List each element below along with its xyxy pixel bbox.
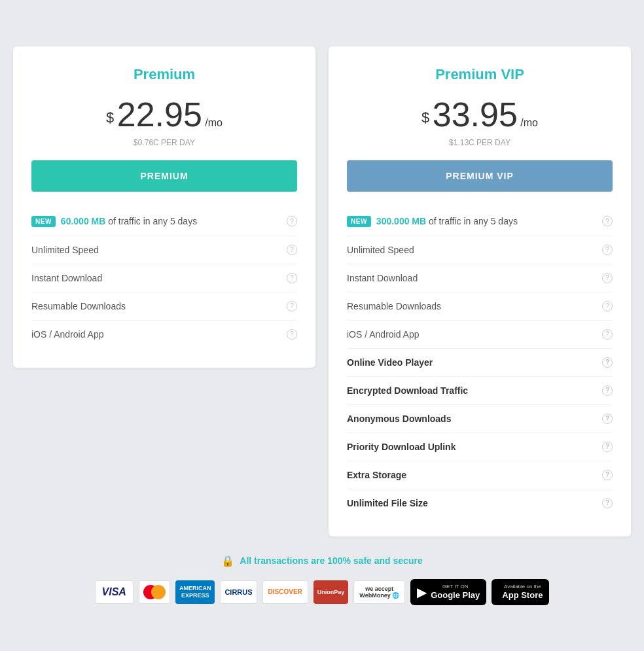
- premium-card: Premium $ 22.95 /mo $0.76C PER DAY PREMI…: [13, 46, 315, 368]
- premium-feature-2-label: Resumable Downloads: [31, 301, 126, 311]
- vip-title: Premium VIP: [347, 66, 613, 83]
- vip-feature-1-help[interactable]: ?: [602, 273, 613, 283]
- visa-badge: VISA: [95, 580, 134, 604]
- premium-feature-0-help[interactable]: ?: [287, 245, 297, 255]
- secure-text-label: All transactions are 100% safe and secur…: [240, 555, 422, 566]
- vip-feature-2-label: Resumable Downloads: [347, 301, 441, 311]
- googleplay-badge[interactable]: ▶ GET IT ON Google Play: [410, 579, 486, 605]
- vip-feature-3-label: iOS / Android App: [347, 329, 420, 340]
- premium-price-area: $ 22.95 /mo: [31, 95, 297, 134]
- premium-feature-1-left: Instant Download: [31, 273, 102, 283]
- vip-feature-3: iOS / Android App ?: [347, 321, 613, 349]
- premium-feature-0-label: Unlimited Speed: [31, 245, 99, 255]
- vip-feature-6-label: Anonymous Downloads: [347, 413, 451, 424]
- vip-feature-2: Resumable Downloads ?: [347, 292, 613, 321]
- lock-icon: 🔒: [221, 555, 234, 567]
- vip-traffic-left: NEW 300.000 MB of traffic in any 5 days: [347, 216, 518, 227]
- vip-feature-9: Unlimited File Size ?: [347, 489, 613, 517]
- premium-button[interactable]: PREMIUM: [31, 160, 297, 192]
- premium-feature-1-help[interactable]: ?: [287, 273, 297, 283]
- vip-feature-2-help[interactable]: ?: [602, 301, 613, 311]
- secure-text-row: 🔒 All transactions are 100% safe and sec…: [13, 555, 631, 567]
- premium-feature-3-left: iOS / Android App: [31, 329, 104, 340]
- vip-price-mo: /mo: [520, 117, 538, 128]
- premium-feature-1: Instant Download ?: [31, 264, 297, 292]
- premium-feature-1-label: Instant Download: [31, 273, 102, 283]
- vip-dollar-sign: $: [421, 109, 429, 125]
- googleplay-text: GET IT ON Google Play: [431, 584, 480, 600]
- premium-dollar-sign: $: [106, 109, 114, 125]
- vip-price-per-day: $1.13C PER DAY: [347, 138, 613, 147]
- vip-feature-8-label: Extra Storage: [347, 470, 406, 480]
- vip-card: Premium VIP $ 33.95 /mo $1.13C PER DAY P…: [329, 46, 631, 537]
- vip-feature-5: Encrypted Download Traffic ?: [347, 377, 613, 405]
- vip-feature-6: Anonymous Downloads ?: [347, 405, 613, 433]
- vip-feature-9-label: Unlimited File Size: [347, 498, 428, 508]
- vip-traffic-help-icon[interactable]: ?: [602, 216, 613, 226]
- vip-feature-0: Unlimited Speed ?: [347, 236, 613, 264]
- vip-price-main: 33.95: [433, 96, 518, 133]
- premium-feature-3-help[interactable]: ?: [287, 329, 297, 340]
- premium-feature-3-label: iOS / Android App: [31, 329, 104, 340]
- premium-feature-0-left: Unlimited Speed: [31, 245, 99, 255]
- premium-traffic-mb: 60.000 MB: [61, 216, 105, 226]
- premium-feature-2-left: Resumable Downloads: [31, 301, 126, 311]
- premium-price-per-day: $0.76C PER DAY: [31, 138, 297, 147]
- vip-feature-4-label: Online Video Player: [347, 357, 433, 368]
- footer-area: 🔒 All transactions are 100% safe and sec…: [13, 555, 631, 605]
- vip-feature-1: Instant Download ?: [347, 264, 613, 292]
- vip-feature-3-help[interactable]: ?: [602, 329, 613, 340]
- vip-feature-7: Priority Download Uplink ?: [347, 433, 613, 461]
- appstore-top-label: Available on the: [502, 584, 543, 590]
- pricing-container: Premium $ 22.95 /mo $0.76C PER DAY PREMI…: [13, 46, 631, 537]
- vip-feature-7-help[interactable]: ?: [602, 442, 613, 452]
- cirrus-badge: CIRRUS: [220, 580, 257, 604]
- premium-price-main: 22.95: [117, 96, 202, 133]
- vip-traffic-item: NEW 300.000 MB of traffic in any 5 days …: [347, 207, 613, 236]
- appstore-badge[interactable]: Available on the App Store: [492, 579, 549, 605]
- premium-traffic-left: NEW 60.000 MB of traffic in any 5 days: [31, 216, 197, 227]
- googleplay-top-label: GET IT ON: [431, 584, 480, 590]
- vip-feature-4-help[interactable]: ?: [602, 357, 613, 368]
- mc-orange-circle: [151, 585, 166, 599]
- vip-traffic-suffix: of traffic in any 5 days: [426, 216, 518, 226]
- discover-badge: DISCOVER: [262, 580, 308, 604]
- vip-feature-6-help[interactable]: ?: [602, 413, 613, 424]
- vip-feature-0-label: Unlimited Speed: [347, 245, 414, 255]
- vip-feature-8-help[interactable]: ?: [602, 470, 613, 480]
- premium-title: Premium: [31, 66, 297, 83]
- googleplay-main-label: Google Play: [431, 590, 480, 601]
- vip-feature-9-help[interactable]: ?: [602, 498, 613, 508]
- premium-traffic-text: 60.000 MB of traffic in any 5 days: [61, 216, 197, 226]
- appstore-text: Available on the App Store: [502, 584, 543, 600]
- vip-price-area: $ 33.95 /mo: [347, 95, 613, 134]
- vip-traffic-mb: 300.000 MB: [376, 216, 426, 226]
- vip-button[interactable]: PREMIUM VIP: [347, 160, 613, 192]
- premium-traffic-suffix: of traffic in any 5 days: [105, 216, 197, 226]
- premium-price-mo: /mo: [205, 117, 223, 128]
- vip-feature-8: Extra Storage ?: [347, 461, 613, 489]
- premium-feature-2-help[interactable]: ?: [287, 301, 297, 311]
- premium-traffic-item: NEW 60.000 MB of traffic in any 5 days ?: [31, 207, 297, 236]
- vip-feature-4: Online Video Player ?: [347, 349, 613, 377]
- payment-methods: VISA AMERICANEXPRESS CIRRUS DISCOVER Uni…: [13, 579, 631, 605]
- vip-feature-1-label: Instant Download: [347, 273, 418, 283]
- mastercard-circles: [143, 585, 166, 599]
- premium-traffic-help-icon[interactable]: ?: [287, 216, 297, 226]
- appstore-main-label: App Store: [502, 590, 543, 601]
- vip-feature-0-help[interactable]: ?: [602, 245, 613, 255]
- googleplay-icon: ▶: [417, 584, 427, 600]
- mastercard-badge: [139, 580, 170, 604]
- webmoney-badge: we acceptWebMoney 🌐: [353, 580, 405, 604]
- vip-feature-list: NEW 300.000 MB of traffic in any 5 days …: [347, 207, 613, 517]
- vip-feature-7-label: Priority Download Uplink: [347, 442, 456, 452]
- vip-feature-5-help[interactable]: ?: [602, 385, 613, 396]
- premium-feature-0: Unlimited Speed ?: [31, 236, 297, 264]
- premium-feature-list: NEW 60.000 MB of traffic in any 5 days ?…: [31, 207, 297, 348]
- premium-feature-2: Resumable Downloads ?: [31, 292, 297, 321]
- vip-new-badge: NEW: [347, 216, 371, 227]
- premium-feature-3: iOS / Android App ?: [31, 321, 297, 348]
- amex-badge: AMERICANEXPRESS: [175, 580, 215, 604]
- vip-feature-5-label: Encrypted Download Traffic: [347, 385, 468, 396]
- vip-traffic-text: 300.000 MB of traffic in any 5 days: [376, 216, 518, 226]
